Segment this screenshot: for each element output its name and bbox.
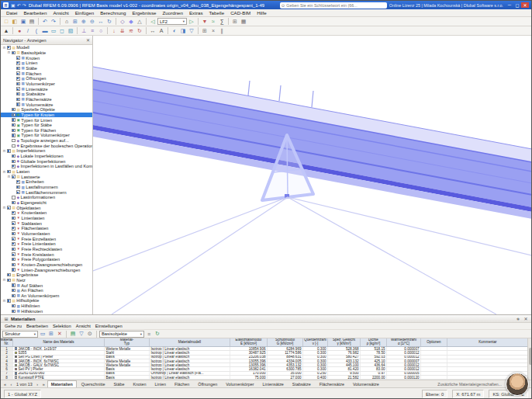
nav-item-modell[interactable]: ⊟▤Modell <box>1 45 92 50</box>
keyword-search-input[interactable]: ⊙ Geben Sie ein Schlüsselwort ein (66... <box>280 2 387 9</box>
cell-modell[interactable]: Isotrop | Linear elastisch <box>150 347 230 350</box>
cell-typ[interactable]: Basis <box>105 376 150 379</box>
nav-item-lastfallnummern[interactable]: ▦Lastfallnummern <box>1 185 92 190</box>
visibility-checkbox[interactable] <box>7 299 11 303</box>
table-export-icon[interactable]: ▤ <box>69 330 77 338</box>
new-line-icon[interactable]: / <box>24 27 32 35</box>
cell-alpha[interactable]: 0.000012 <box>387 367 421 370</box>
cell-nu[interactable]: 0.300 <box>303 363 328 366</box>
visibility-checkbox[interactable] <box>12 129 16 133</box>
cell-name[interactable]: S355 <box>13 351 105 354</box>
nav-item-imperfektionen[interactable]: ⊟▤Imperfektionen <box>1 148 92 154</box>
table-tab-flächensätze[interactable]: Flächensätze <box>316 380 348 387</box>
cell-nr[interactable]: 8 <box>1 376 13 379</box>
cell-e[interactable]: 170.000 <box>230 372 268 375</box>
cell-nr[interactable]: 7 <box>1 372 13 375</box>
navigator-close-icon[interactable]: ✕ <box>86 37 90 43</box>
nav-item-volumenkörper[interactable]: ▦Volumenkörper <box>1 82 92 87</box>
cell-nu[interactable]: 0.300 <box>303 367 328 370</box>
visibility-checkbox[interactable] <box>12 227 16 231</box>
grid-icon[interactable]: ⊞ <box>201 27 209 35</box>
nav-item-knoten[interactable]: ▦Knoten <box>1 55 92 61</box>
table-refresh-icon[interactable]: ↻ <box>154 330 161 338</box>
cell-name[interactable]: Seil PV | Pfeifer <box>13 367 105 370</box>
previous-loadcase-icon[interactable]: ◁ <box>149 18 157 26</box>
visibility-checkbox[interactable] <box>16 77 20 81</box>
cell-gamma[interactable]: 580.427 <box>328 356 361 359</box>
nav-item-lastwerte[interactable]: ⊟▤Lastwerte <box>1 174 92 179</box>
table-search-icon[interactable]: ⊙ <box>86 330 94 338</box>
cell-e[interactable]: 75.000 <box>230 376 268 379</box>
cell-kom[interactable] <box>447 356 529 359</box>
visibility-checkbox[interactable] <box>12 201 16 205</box>
cell-gamma[interactable]: 445.100 <box>328 363 361 366</box>
nav-item-netz[interactable]: ⊟▤Netz <box>1 278 92 283</box>
nodal-load-icon[interactable]: ↓ <box>110 27 118 35</box>
new-surface-icon[interactable]: ▭ <box>50 27 57 35</box>
cell-nr[interactable]: 2 <box>1 351 13 354</box>
cell-name[interactable]: Seil PG Linex | Pfeifer <box>13 356 105 359</box>
visibility-checkbox[interactable] <box>12 258 16 262</box>
table-menu-selektion[interactable]: Selektion <box>50 324 74 328</box>
cell-typ[interactable]: Weitere Metalle <box>105 347 150 350</box>
table-tab-flächen[interactable]: Flächen <box>171 380 193 387</box>
nav-item-hilfslinien[interactable]: ▦Hilfslinien <box>1 304 92 309</box>
cell-e[interactable]: 10854.906 <box>230 347 268 350</box>
pin-icon[interactable]: ∗ <box>515 316 521 321</box>
nav-item-hilfsobjekte[interactable]: ⊟▤Hilfsobjekte <box>1 298 92 304</box>
cell-nu[interactable]: 0.400 <box>303 376 328 379</box>
cell-modell[interactable]: Orthotrop | Linear elastisch (Flä... <box>150 372 230 375</box>
table-copy-icon[interactable]: ⊞ <box>47 330 55 338</box>
cell-name[interactable]: 20261-0200-060 <box>13 372 105 375</box>
nav-item-imperfektionen-in-lastfällen-und-kombi[interactable]: ◆Imperfektionen in Lastfällen und Kombi.… <box>1 164 92 169</box>
nav-item-flächenlasten[interactable]: ▼Flächenlasten <box>1 226 92 231</box>
column-header-e[interactable]: ElastizitätsmodulE [kN/cm²] <box>230 338 268 346</box>
visibility-checkbox[interactable] <box>16 87 20 91</box>
guidelines-icon[interactable]: ∥ <box>218 27 226 35</box>
cell-nr[interactable]: 1 <box>1 347 13 350</box>
cell-opt[interactable] <box>421 376 447 379</box>
new-solid-icon[interactable]: ▧ <box>67 27 74 35</box>
nav-item-linienlasten[interactable]: ▼Linienlasten <box>1 216 92 221</box>
table-tab-linien[interactable]: Linien <box>151 380 170 387</box>
column-header-kom[interactable]: Kommentar <box>447 338 529 346</box>
cell-rho[interactable]: 78.50 <box>361 351 387 354</box>
zoom-window-icon[interactable]: ⊞ <box>71 18 79 26</box>
cell-e[interactable]: 23206.038 <box>230 356 268 359</box>
material-row-8[interactable]: 8Kunststoff PTFEBasisIsotrop | Linear el… <box>1 376 531 380</box>
column-header-name[interactable]: Name des Materials <box>13 338 105 346</box>
nav-item-an-flächen[interactable]: ▦An Flächen <box>1 288 92 293</box>
cell-g[interactable]: 4353.132 <box>268 363 303 366</box>
show-loads-icon[interactable]: ▼ <box>201 18 209 26</box>
nav-item-lokale-imperfektionen[interactable]: ◆Lokale Imperfektionen <box>1 154 92 159</box>
nav-item-lastflächennummern[interactable]: ▦Lastflächennummern <box>1 189 92 195</box>
visibility-checkbox[interactable] <box>12 283 16 287</box>
qat-redo-icon[interactable]: ↷ <box>22 2 26 8</box>
cell-rho[interactable]: 2200.00 <box>361 376 387 379</box>
cell-gamma[interactable]: 433.132 <box>328 359 361 363</box>
table-tab-querschnitte[interactable]: Querschnitte <box>78 380 109 387</box>
cell-g[interactable]: 6300.785 <box>268 367 303 370</box>
cell-rho[interactable]: 518.15 <box>361 347 387 350</box>
dimension-icon[interactable]: ↔ <box>149 27 157 35</box>
cell-alpha[interactable]: 0.000012 <box>387 351 421 354</box>
nav-item-typen-für-flächen[interactable]: ▣Typen für Flächen <box>1 128 92 134</box>
nav-item-freie-polygonlasten[interactable]: ▼Freie Polygonlasten <box>1 257 92 262</box>
visibility-checkbox[interactable] <box>12 123 16 127</box>
cell-g[interactable]: 35.000 <box>268 372 303 375</box>
cell-gamma[interactable]: 21.582 <box>328 376 361 379</box>
cell-opt[interactable] <box>421 347 447 350</box>
section-icon[interactable]: ◨ <box>179 27 187 35</box>
menu-item-berechnung[interactable]: Berechnung <box>97 10 129 16</box>
visibility-checkbox[interactable] <box>12 108 16 112</box>
model-3d-view[interactable] <box>93 36 531 314</box>
surface-load-icon[interactable]: ≋ <box>127 27 135 35</box>
table-menu-einstellungen[interactable]: Einstellungen <box>93 324 125 328</box>
table-tab-volumenkörper[interactable]: Volumenkörper <box>222 380 257 387</box>
cell-modell[interactable]: Isotrop | Linear elastisch <box>150 356 230 359</box>
table-scrollbar[interactable] <box>527 338 531 380</box>
user-avatar-photo[interactable] <box>506 373 529 396</box>
menu-item-ansicht[interactable]: Ansicht <box>50 10 71 16</box>
nav-item-flächensätze[interactable]: ▦Flächensätze <box>1 97 92 102</box>
cell-nr[interactable]: 6 <box>1 367 13 370</box>
